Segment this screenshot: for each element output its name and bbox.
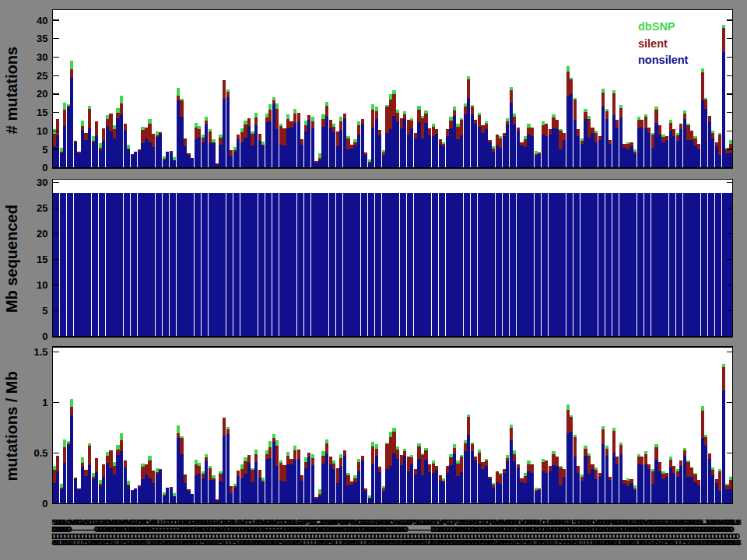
svg-text:0: 0: [42, 162, 47, 173]
svg-text:0.5: 0.5: [33, 447, 47, 459]
svg-text:# mutations: # mutations: [3, 47, 20, 134]
svg-text:5: 5: [42, 144, 47, 156]
svg-text:1: 1: [42, 397, 47, 408]
svg-text:15: 15: [37, 254, 47, 265]
svg-text:811831111538051551315318181103: 8118311115380515513153181811035381033888…: [53, 537, 742, 548]
svg-text:35: 35: [37, 33, 47, 44]
svg-text:25: 25: [37, 202, 47, 214]
svg-text:10: 10: [37, 279, 47, 291]
svg-text:15: 15: [37, 107, 47, 118]
svg-text:40: 40: [37, 15, 47, 26]
svg-text:nonsilent: nonsilent: [638, 54, 689, 66]
svg-text:dbSNP: dbSNP: [638, 20, 675, 33]
svg-text:30: 30: [37, 51, 47, 63]
svg-text:silent: silent: [638, 37, 668, 50]
svg-text:Mb sequenced: Mb sequenced: [3, 205, 20, 313]
svg-text:0: 0: [42, 498, 47, 509]
svg-text:0: 0: [42, 331, 47, 342]
svg-text:30: 30: [37, 177, 47, 188]
svg-text:10: 10: [37, 125, 47, 137]
svg-text:20: 20: [37, 88, 47, 100]
svg-text:1.5: 1.5: [33, 346, 47, 358]
svg-text:5: 5: [42, 305, 47, 317]
svg-text:20: 20: [37, 228, 47, 240]
svg-text:mutations / Mb: mutations / Mb: [3, 371, 20, 481]
svg-text:25: 25: [37, 70, 47, 82]
